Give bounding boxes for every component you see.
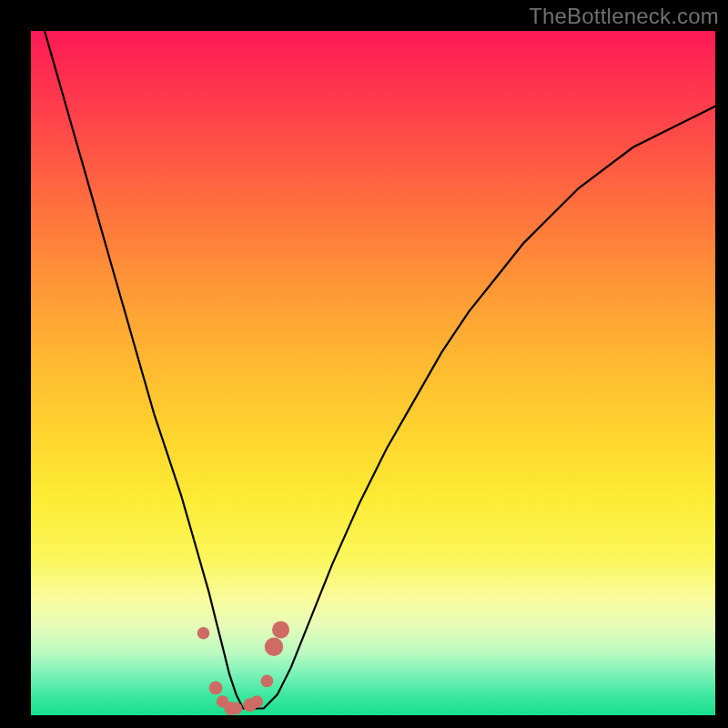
curve-marker (261, 675, 274, 688)
marker-layer (197, 622, 289, 715)
curve-marker (209, 682, 223, 695)
curve-marker (250, 695, 263, 708)
curve-marker (197, 627, 210, 640)
curve-marker (265, 638, 283, 656)
curve-marker (230, 703, 243, 715)
chart-frame: TheBottleneck.com (0, 0, 728, 728)
watermark-text: TheBottleneck.com (529, 4, 719, 29)
plot-area (31, 31, 715, 715)
bottleneck-curve (31, 31, 715, 709)
curve-marker (272, 622, 289, 639)
curve-layer (31, 31, 715, 715)
